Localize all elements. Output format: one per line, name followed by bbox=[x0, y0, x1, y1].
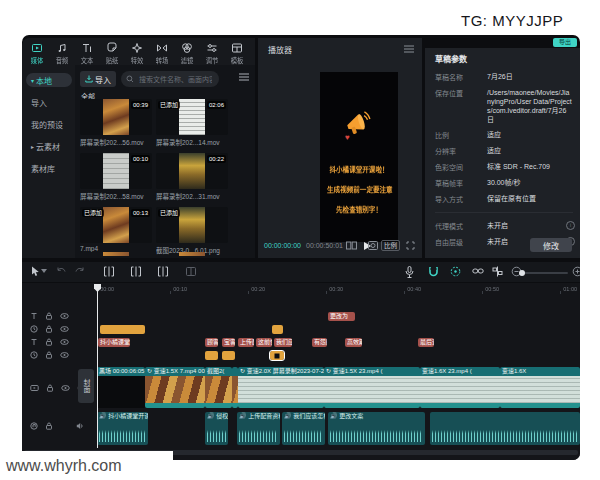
video-clip[interactable]: ↻ 变速2.0X 屏幕录制2023-07-26 16.1( bbox=[238, 367, 324, 408]
search-box[interactable] bbox=[121, 71, 219, 87]
media-thumbnail[interactable]: 已添加 bbox=[156, 207, 228, 243]
modify-button[interactable]: 修改 bbox=[530, 238, 572, 252]
tab-audio[interactable]: 音频 bbox=[49, 40, 74, 67]
undo-icon[interactable] bbox=[56, 266, 67, 276]
video-clip-label: ↻ 变速2.0X 屏幕录制2023-07-26 16.1( bbox=[238, 367, 324, 376]
video-clip[interactable]: ↻ 变速1.5X 23.mp4 ( bbox=[324, 367, 420, 408]
cover-button[interactable]: 封面 bbox=[78, 369, 94, 403]
compare-view-icon[interactable] bbox=[346, 241, 357, 250]
params-label: 代理模式 bbox=[435, 221, 487, 231]
audio-clip[interactable]: 🔊 更改文案 bbox=[328, 412, 425, 445]
caption-line-1: 抖小橘课堂开课啦！ bbox=[327, 165, 391, 174]
lock-icon[interactable] bbox=[45, 325, 53, 333]
params-label: 比例 bbox=[435, 130, 487, 140]
video-clip[interactable]: 截图2( bbox=[205, 367, 232, 408]
media-item[interactable]: 00:22屏幕录制202...31.mov bbox=[156, 153, 228, 201]
video-clip-label: ↻ 变速1.5X 23.mp4 ( bbox=[324, 367, 420, 376]
player-menu-icon[interactable] bbox=[404, 45, 414, 53]
video-clip[interactable]: 变速1.6X bbox=[500, 367, 580, 408]
text-clip[interactable]: 上传配音 bbox=[238, 338, 254, 347]
media-item[interactable]: 00:10屏幕录制202...58.mov bbox=[80, 153, 152, 201]
lock-icon[interactable] bbox=[45, 312, 53, 320]
tab-template[interactable]: 模板 bbox=[224, 40, 249, 67]
sidebar-item-local[interactable]: ▾ 本地 bbox=[26, 73, 72, 87]
fit-frame-icon[interactable] bbox=[368, 241, 378, 250]
redo-icon[interactable] bbox=[74, 266, 85, 276]
media-item[interactable]: 已添加截图2023-0...6.01.png bbox=[156, 207, 228, 255]
audio-clip[interactable] bbox=[430, 412, 580, 445]
fullscreen-icon[interactable] bbox=[406, 241, 415, 250]
export-button[interactable]: 导出 bbox=[553, 38, 577, 47]
text-clip[interactable]: 这前快递 bbox=[256, 338, 272, 347]
media-thumbnail[interactable]: 已添加02:06 bbox=[156, 99, 228, 135]
text-clip[interactable]: 我们应该 bbox=[274, 338, 292, 347]
thumbnail-partial[interactable] bbox=[103, 252, 129, 256]
media-thumbnail[interactable]: 00:22 bbox=[156, 153, 228, 189]
media-item[interactable]: 已添加00:137.mp4 bbox=[80, 207, 152, 255]
sticker-clip[interactable] bbox=[270, 351, 284, 360]
lock-icon[interactable] bbox=[45, 422, 53, 430]
list-menu-icon[interactable] bbox=[239, 73, 249, 81]
visibility-eye-icon[interactable] bbox=[60, 325, 69, 333]
search-input[interactable] bbox=[137, 75, 214, 84]
tab-transition[interactable]: 转场 bbox=[149, 40, 174, 67]
video-clip[interactable]: 黑场 00:00:06:05 bbox=[97, 367, 145, 408]
audio-clip[interactable]: 🔊 抖小橘课堂开课啦 bbox=[97, 412, 148, 445]
audio-clip[interactable]: 🔊 侵权 bbox=[205, 412, 228, 445]
media-item[interactable]: 00:39屏幕录制202...56.mov bbox=[80, 99, 152, 147]
text-clip[interactable]: 顾客 bbox=[205, 338, 218, 347]
player-panel: 播放器 ♥ 抖小橘课堂开课啦！ 生成视频前一定要注意 bbox=[258, 38, 422, 258]
text-clip[interactable]: 最后查验 bbox=[418, 338, 434, 347]
audio-clip[interactable]: 🔊 我们应该怎样查询 bbox=[282, 412, 325, 445]
tab-adjust[interactable]: 调节 bbox=[199, 40, 224, 67]
sidebar-item-presets[interactable]: 我的预设 bbox=[26, 117, 72, 131]
sticker-clip[interactable] bbox=[100, 325, 145, 334]
tab-media[interactable]: 媒体 bbox=[24, 40, 49, 67]
media-thumbnail[interactable]: 00:10 bbox=[80, 153, 152, 189]
audio-clip[interactable]: 🔊 上传配音资料发 bbox=[237, 412, 280, 445]
lock-icon[interactable] bbox=[46, 384, 54, 392]
video-clip[interactable]: 变速1.6X 23.mp4 ( bbox=[420, 367, 500, 408]
text-clip[interactable]: 更改为 bbox=[328, 312, 355, 321]
sidebar-item-import[interactable]: 导入 bbox=[26, 95, 72, 109]
sidebar-item-cloud[interactable]: ▸ 云素材 bbox=[26, 139, 72, 153]
visibility-eye-icon[interactable] bbox=[60, 338, 69, 346]
tab-filter[interactable]: 滤镜 bbox=[174, 40, 199, 67]
tab-text[interactable]: 文本 bbox=[74, 40, 99, 67]
text-clip[interactable]: 高效期 bbox=[345, 338, 362, 347]
video-clip[interactable]: ↻ 变速1.5X 7.mp4 00:0 bbox=[145, 367, 205, 408]
visibility-eye-icon[interactable] bbox=[60, 312, 69, 320]
sticker-icon bbox=[106, 42, 118, 54]
sticker-clip[interactable] bbox=[272, 325, 283, 334]
sticker-clip[interactable] bbox=[222, 351, 235, 360]
text-clip[interactable]: 有怨胶 bbox=[312, 338, 327, 347]
player-controls: 00:00:00:00 00:00:50:01 比例 bbox=[258, 239, 422, 253]
visibility-eye-icon[interactable] bbox=[61, 384, 70, 392]
select-cursor-icon[interactable] bbox=[30, 266, 40, 277]
text-clip[interactable]: 抖小橘课堂开课啦 bbox=[98, 338, 130, 347]
mute-speaker-icon[interactable] bbox=[76, 422, 85, 430]
params-row: 草稿名称7月26日 bbox=[435, 72, 573, 82]
top-toolbar: 媒体 音频 文本 贴纸 特效 bbox=[24, 40, 253, 67]
ratio-button[interactable]: 比例 bbox=[381, 240, 400, 251]
sidebar-item-library[interactable]: 素材库 bbox=[26, 161, 72, 175]
import-button[interactable]: 导入 bbox=[80, 71, 116, 87]
info-icon[interactable]: i bbox=[566, 221, 575, 230]
effects-icon bbox=[131, 42, 143, 54]
cursor-dropdown-caret[interactable] bbox=[41, 269, 47, 273]
playhead-line[interactable] bbox=[97, 284, 98, 448]
media-thumbnail[interactable]: 已添加00:13 bbox=[80, 207, 152, 243]
text-clip[interactable]: 宝客 bbox=[222, 338, 235, 347]
thumbnail-partial[interactable] bbox=[179, 252, 205, 256]
tab-sticker[interactable]: 贴纸 bbox=[99, 40, 124, 67]
tab-effects[interactable]: 特效 bbox=[124, 40, 149, 67]
lock-icon[interactable] bbox=[45, 351, 53, 359]
params-row: 草稿帧率30.00帧/秒 bbox=[435, 178, 573, 188]
media-thumbnail[interactable]: 00:39 bbox=[80, 99, 152, 135]
added-badge: 已添加 bbox=[82, 209, 104, 217]
visibility-eye-icon[interactable] bbox=[60, 351, 69, 359]
sticker-clip[interactable] bbox=[205, 351, 218, 360]
lock-icon[interactable] bbox=[45, 338, 53, 346]
media-filename: 屏幕录制202...56.mov bbox=[80, 137, 152, 147]
media-item[interactable]: 已添加02:06屏幕录制202...14.mov bbox=[156, 99, 228, 147]
